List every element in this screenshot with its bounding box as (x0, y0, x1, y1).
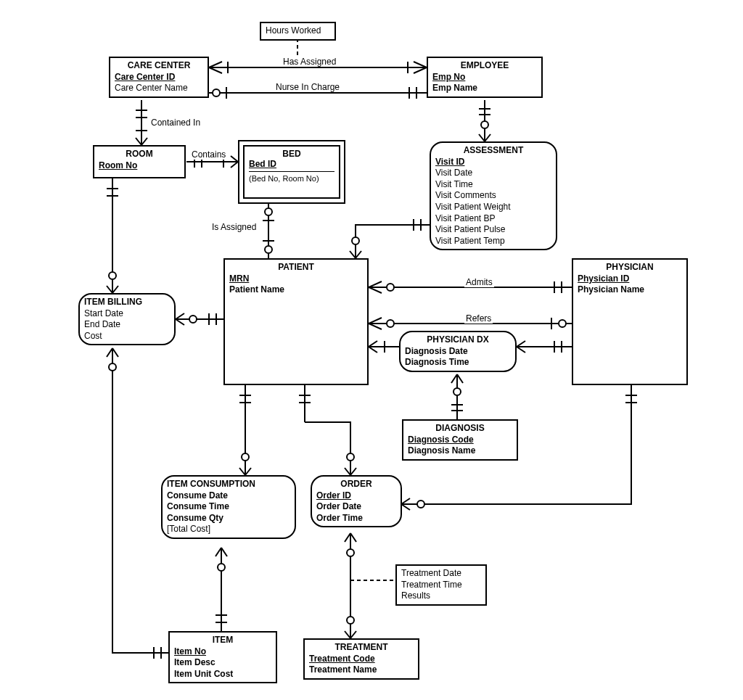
svg-line-36 (350, 251, 356, 258)
title: ASSESSMENT (435, 145, 551, 157)
title: TREATMENT (309, 642, 414, 654)
svg-line-4 (209, 62, 222, 67)
pk: Visit ID (435, 157, 464, 167)
svg-line-69 (107, 286, 112, 293)
rel-refers: Refers (464, 313, 493, 324)
pk: Physician ID (578, 273, 629, 284)
title: EMPLOYEE (432, 60, 537, 72)
svg-point-71 (109, 272, 116, 279)
svg-line-49 (369, 324, 382, 329)
svg-line-37 (356, 251, 361, 258)
title: PHYSICIAN (578, 262, 682, 273)
label: Hours Worked (266, 25, 321, 36)
title: DIAGNOSIS (408, 423, 512, 435)
svg-line-63 (451, 374, 457, 383)
svg-line-109 (345, 533, 350, 542)
svg-point-111 (347, 549, 354, 556)
svg-point-26 (265, 208, 272, 215)
entity-room: ROOM Room No (93, 145, 186, 178)
title: BED (249, 149, 334, 159)
pk: Diagnosis Code (408, 435, 474, 445)
svg-point-77 (189, 316, 197, 323)
svg-line-87 (245, 468, 251, 475)
pk: MRN (229, 273, 249, 284)
svg-point-102 (347, 453, 354, 461)
attr: Care Center Name (115, 83, 203, 94)
title: ORDER (316, 479, 396, 490)
svg-line-86 (239, 468, 245, 475)
attr-hours-worked: Hours Worked (260, 22, 336, 41)
svg-line-70 (112, 286, 118, 293)
svg-line-81 (112, 348, 118, 357)
entity-diagnosis: DIAGNOSIS Diagnosis Code Diagnosis Name (402, 419, 518, 461)
svg-point-28 (265, 246, 272, 253)
svg-line-58 (517, 341, 525, 347)
title: ROOM (99, 149, 180, 160)
attr: Emp Name (432, 83, 537, 94)
svg-line-21 (231, 162, 238, 168)
entity-employee: EMPLOYEE Emp No Emp Name (427, 57, 543, 98)
rel-admits: Admits (464, 277, 494, 287)
svg-line-54 (369, 341, 377, 347)
svg-point-88 (242, 453, 249, 461)
svg-line-104 (401, 504, 410, 510)
svg-line-93 (221, 548, 227, 556)
pk: Item No (174, 646, 206, 656)
svg-point-50 (387, 320, 394, 327)
composite: (Bed No, Room No) (249, 174, 334, 183)
entity-item: ITEM Item No Item Desc Item Unit Cost (168, 631, 277, 683)
svg-line-76 (176, 319, 184, 325)
pk: Room No (99, 160, 137, 170)
svg-point-44 (387, 284, 394, 291)
rel-contained-in: Contained In (149, 118, 202, 128)
svg-line-55 (369, 347, 377, 353)
entity-care-center: CARE CENTER Care Center ID Care Center N… (109, 57, 209, 98)
entity-physician: PHYSICIAN Physician ID Physician Name (572, 258, 688, 385)
svg-line-5 (209, 67, 222, 73)
title: PHYSICIAN DX (405, 334, 511, 346)
rel-has-assigned: Has Assigned (282, 57, 337, 67)
pk: Care Center ID (115, 72, 175, 82)
pk: Bed ID (249, 159, 276, 169)
entity-assessment: ASSESSMENT Visit ID Visit Date Visit Tim… (430, 141, 557, 250)
svg-line-64 (457, 374, 463, 383)
entity-bed: BED Bed ID (Bed No, Room No) (238, 140, 345, 204)
pk: Emp No (432, 72, 465, 82)
svg-line-75 (176, 313, 184, 319)
rel-nurse-in-charge: Nurse In Charge (274, 82, 341, 92)
pk: Treatment Code (309, 654, 375, 664)
rel-is-assigned: Is Assigned (210, 222, 258, 232)
svg-line-103 (401, 498, 410, 504)
svg-line-42 (369, 281, 382, 287)
svg-point-9 (213, 89, 220, 96)
svg-point-51 (559, 320, 566, 327)
attr-treatment-details: Treatment Date Treatment Time Results (395, 564, 487, 606)
svg-line-15 (141, 138, 147, 145)
svg-line-43 (369, 287, 382, 293)
title: ITEM (174, 635, 271, 646)
svg-line-20 (231, 156, 238, 162)
svg-point-38 (352, 237, 359, 244)
pk: Order ID (316, 490, 351, 501)
svg-line-92 (215, 548, 221, 556)
svg-line-48 (369, 318, 382, 324)
svg-point-94 (218, 564, 225, 571)
er-diagram: line,path,polyline{stroke:#000;stroke-wi… (0, 0, 743, 700)
svg-point-105 (417, 501, 424, 508)
svg-line-1 (414, 62, 427, 67)
svg-line-80 (107, 348, 112, 357)
title: PATIENT (229, 262, 363, 273)
entity-item-consumption: ITEM CONSUMPTION Consume Date Consume Ti… (161, 475, 296, 539)
title: ITEM CONSUMPTION (167, 479, 290, 490)
svg-line-32 (485, 134, 490, 141)
rel-contains: Contains (190, 149, 227, 160)
title: ITEM BILLING (84, 297, 170, 308)
svg-point-33 (481, 121, 488, 128)
svg-line-113 (350, 631, 356, 638)
svg-line-2 (414, 67, 427, 73)
entity-treatment: TREATMENT Treatment Code Treatment Name (303, 638, 419, 680)
entity-patient: PATIENT MRN Patient Name (223, 258, 369, 385)
svg-point-82 (109, 363, 116, 371)
svg-point-114 (347, 617, 354, 624)
entity-physician-dx: PHYSICIAN DX Diagnosis Date Diagnosis Ti… (399, 331, 517, 372)
